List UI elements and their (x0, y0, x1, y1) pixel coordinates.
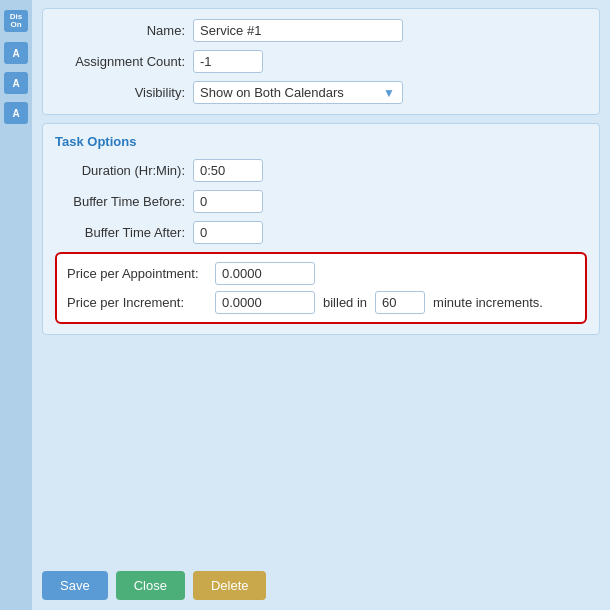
duration-row: Duration (Hr:Min): (55, 159, 587, 182)
price-per-increment-label: Price per Increment: (67, 295, 207, 310)
sidebar-button-a2[interactable]: A (4, 72, 28, 94)
price-per-appointment-input[interactable] (215, 262, 315, 285)
spacer (42, 343, 600, 561)
delete-button[interactable]: Delete (193, 571, 267, 600)
task-options-section: Task Options Duration (Hr:Min): Buffer T… (42, 123, 600, 335)
buffer-before-row: Buffer Time Before: (55, 190, 587, 213)
billed-in-label: billed in (323, 295, 367, 310)
main-content: Name: Assignment Count: Visibility: Show… (32, 0, 610, 610)
basic-info-section: Name: Assignment Count: Visibility: Show… (42, 8, 600, 115)
minute-increments-label: minute increments. (433, 295, 543, 310)
increment-input[interactable] (375, 291, 425, 314)
duration-label: Duration (Hr:Min): (55, 163, 185, 178)
price-per-increment-input[interactable] (215, 291, 315, 314)
assignment-count-input[interactable] (193, 50, 263, 73)
sidebar: DisOn A A A (0, 0, 32, 610)
assignment-count-row: Assignment Count: (55, 50, 587, 73)
price-section: Price per Appointment: Price per Increme… (55, 252, 587, 324)
price-per-appointment-label: Price per Appointment: (67, 266, 207, 281)
visibility-label: Visibility: (55, 85, 185, 100)
visibility-row: Visibility: Show on Both Calendars Show … (55, 81, 587, 104)
footer-buttons: Save Close Delete (42, 561, 600, 600)
price-per-appointment-row: Price per Appointment: (67, 262, 575, 285)
visibility-select[interactable]: Show on Both Calendars Show on Main Cale… (193, 81, 403, 104)
duration-input[interactable] (193, 159, 263, 182)
name-label: Name: (55, 23, 185, 38)
sidebar-button-a3[interactable]: A (4, 102, 28, 124)
buffer-after-label: Buffer Time After: (55, 225, 185, 240)
sidebar-button-a1[interactable]: A (4, 42, 28, 64)
save-button[interactable]: Save (42, 571, 108, 600)
sidebar-button-dis[interactable]: DisOn (4, 10, 28, 32)
task-options-title: Task Options (55, 134, 587, 149)
close-button[interactable]: Close (116, 571, 185, 600)
buffer-after-input[interactable] (193, 221, 263, 244)
name-input[interactable] (193, 19, 403, 42)
visibility-select-wrapper: Show on Both Calendars Show on Main Cale… (193, 81, 403, 104)
buffer-before-label: Buffer Time Before: (55, 194, 185, 209)
price-per-increment-row: Price per Increment: billed in minute in… (67, 291, 575, 314)
assignment-count-label: Assignment Count: (55, 54, 185, 69)
buffer-after-row: Buffer Time After: (55, 221, 587, 244)
name-row: Name: (55, 19, 587, 42)
buffer-before-input[interactable] (193, 190, 263, 213)
